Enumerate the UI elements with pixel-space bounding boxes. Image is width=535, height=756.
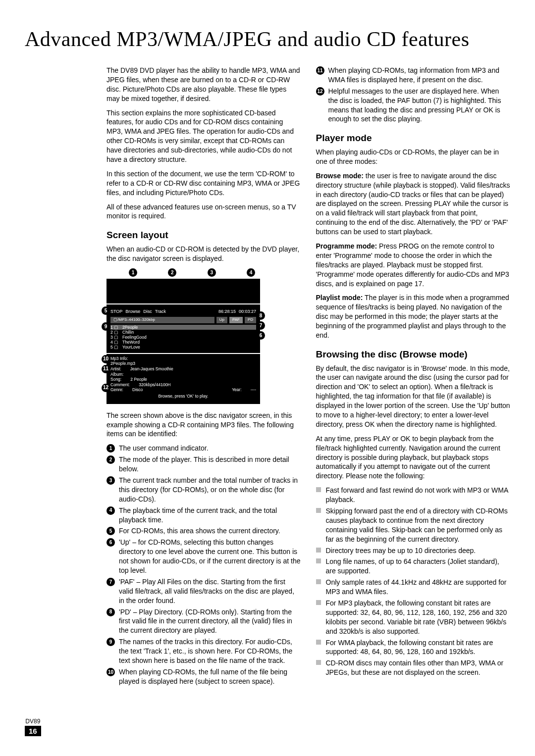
intro-p4: All of these advanced features use on-sc… xyxy=(107,202,301,221)
screen-layout-heading: Screen layout xyxy=(107,229,301,242)
programme-mode: Programme mode: Press PROG on the remote… xyxy=(316,242,511,288)
item-3: The current track number and the total n… xyxy=(119,476,301,504)
item-1: The user command indicator. xyxy=(119,444,209,453)
status-track: Track xyxy=(155,308,166,314)
callout-list: 1The user command indicator. 2The mode o… xyxy=(107,444,301,686)
right-column: 11When playing CD-ROMs, tag information … xyxy=(316,66,511,691)
item-7: 'PAF' – Play All Files on the disc. Star… xyxy=(119,577,301,605)
browsing-p2: At any time, press PLAY or OK to begin p… xyxy=(316,434,511,481)
browsing-bullets: Fast forward and fast rewind do not work… xyxy=(316,486,511,677)
browse-mode: Browse mode: the user is free to navigat… xyxy=(316,171,511,237)
item-2: The mode of the player. This is describe… xyxy=(119,455,301,474)
item-9: The names of the tracks in this director… xyxy=(119,637,301,665)
bullet-icon xyxy=(316,508,321,513)
player-mode-heading: Player mode xyxy=(316,132,511,145)
diagram-caption: The screen shown above is the disc navig… xyxy=(107,411,301,439)
tab-paf: PAF xyxy=(229,317,243,323)
player-mode-lead: When playing audio-CDs or CD-ROMs, the p… xyxy=(316,148,511,166)
browsing-heading: Browsing the disc (Browse mode) xyxy=(316,348,511,361)
left-column: The DV89 DVD player has the ability to h… xyxy=(107,66,301,691)
bullet-icon xyxy=(316,600,321,605)
callout-list-right: 11When playing CD-ROMs, tag information … xyxy=(316,66,511,124)
callout-12: 12 xyxy=(102,384,110,392)
item-12: Helpful messages to the user are display… xyxy=(328,87,511,124)
callout-7: 7 xyxy=(257,321,265,330)
tab-up: Up xyxy=(216,317,227,323)
callout-8: 8 xyxy=(257,311,265,320)
callout-10: 10 xyxy=(102,355,110,363)
page-number: 16 xyxy=(25,726,41,736)
screen-layout-lead: When an audio-CD or CD-ROM is detected b… xyxy=(107,245,301,263)
item-10: When playing CD-ROMs, the full name of t… xyxy=(119,667,301,686)
bullet-icon xyxy=(316,487,321,492)
item-8: 'PD' – Play Directory. (CD-ROMs only). S… xyxy=(119,607,301,636)
screen-path: ▢/MP3–44100–320kbp xyxy=(110,317,214,323)
status-stop: STOP xyxy=(110,308,122,314)
track-list: 1 ▢2People 2 ▢Chillin 3 ▢FeelingGood 4 ▢… xyxy=(110,325,256,350)
status-disc: Disc xyxy=(143,308,152,314)
item-5: For CD-ROMs, this area shows the current… xyxy=(119,526,280,536)
bullet-icon xyxy=(316,660,321,665)
callout-3: 3 xyxy=(208,268,216,277)
screen-info-box: 10 11 12 Mp3 Info: 2People.mp3 Artist:Je… xyxy=(107,354,260,404)
item-4: The playback time of the current track, … xyxy=(119,506,301,525)
tab-pd: PD xyxy=(245,317,256,323)
callout-11: 11 xyxy=(102,365,110,373)
bullet-icon xyxy=(316,640,321,645)
page-footer: DV89 16 xyxy=(25,718,41,736)
bullet-icon xyxy=(316,558,321,563)
item-11: When playing CD-ROMs, tag information fr… xyxy=(328,66,511,85)
callout-9: 9 xyxy=(102,322,110,331)
playlist-mode: Playlist mode: The player is in this mod… xyxy=(316,293,511,340)
status-browse: Browse xyxy=(125,308,140,314)
callout-6: 6 xyxy=(257,331,265,340)
intro-p2: This section explains the more sophistic… xyxy=(107,108,301,164)
browsing-p1: By default, the disc navigator is in 'Br… xyxy=(316,364,511,429)
bullet-icon xyxy=(316,548,321,553)
bullet-icon xyxy=(316,579,321,584)
status-total-time: 86:28:15 xyxy=(218,308,236,314)
screen-status-bar: 5 9 8 7 6 STOP Browse Disc Track 86:28:1… xyxy=(107,304,260,353)
callout-5: 5 xyxy=(102,306,110,315)
callout-4: 4 xyxy=(247,268,255,277)
status-cur-time: 00:03:27 xyxy=(239,308,256,314)
model-label: DV89 xyxy=(25,718,41,725)
item-6: 'Up' – for CD-ROMs, selecting this butto… xyxy=(119,538,301,575)
intro-p3: In this section of the document, we use … xyxy=(107,169,301,198)
intro-p1: The DV89 DVD player has the ability to h… xyxy=(107,66,301,103)
callout-2: 2 xyxy=(168,268,176,277)
screen-diagram: 1 2 3 4 5 9 8 7 6 STOP Browse Disc xyxy=(107,268,260,404)
page-title: Advanced MP3/WMA/JPEG and audio CD featu… xyxy=(25,27,510,51)
callout-1: 1 xyxy=(129,268,137,277)
